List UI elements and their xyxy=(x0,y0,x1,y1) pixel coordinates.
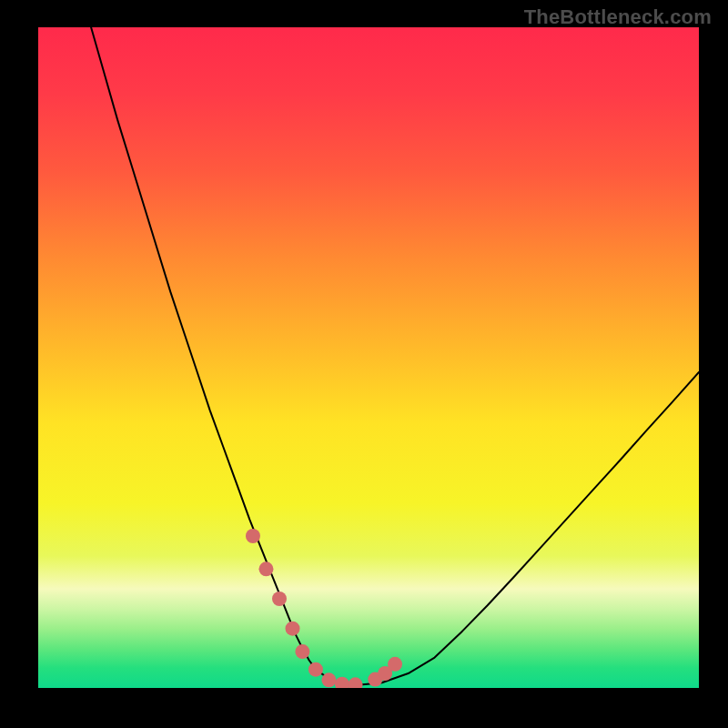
highlight-dot xyxy=(321,672,336,687)
highlight-dot xyxy=(295,644,309,659)
chart-container: TheBottleneck.com xyxy=(0,0,728,728)
watermark-text: TheBottleneck.com xyxy=(524,5,712,29)
gradient-background xyxy=(38,27,699,688)
highlight-dot xyxy=(308,662,323,677)
highlight-dot xyxy=(246,529,260,543)
chart-svg xyxy=(38,27,699,688)
highlight-dot xyxy=(388,657,402,672)
highlight-dot xyxy=(286,622,300,636)
highlight-dot xyxy=(272,592,287,606)
plot-area xyxy=(38,27,699,688)
highlight-dot xyxy=(258,561,273,576)
